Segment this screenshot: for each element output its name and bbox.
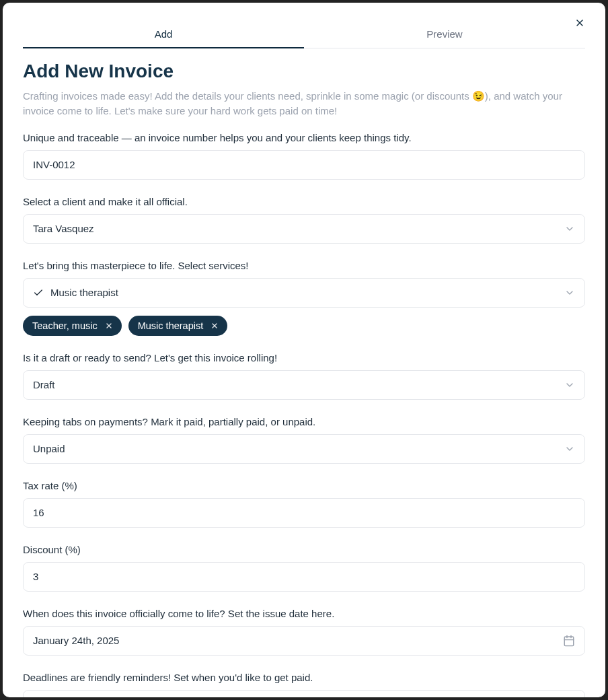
- status-select[interactable]: Draft: [23, 370, 585, 400]
- service-chip: Teacher, music: [23, 316, 122, 336]
- issue-date-label: When does this invoice officially come t…: [23, 608, 585, 619]
- remove-chip-button[interactable]: [103, 320, 115, 332]
- chevron-down-icon: [564, 223, 575, 234]
- service-chip-label: Music therapist: [138, 320, 204, 331]
- tab-preview[interactable]: Preview: [304, 22, 585, 48]
- discount-label: Discount (%): [23, 544, 585, 555]
- chevron-down-icon: [564, 380, 575, 390]
- calendar-icon: [563, 635, 575, 647]
- tax-rate-label: Tax rate (%): [23, 480, 585, 491]
- field-invoice-number: Unique and traceable — an invoice number…: [23, 132, 585, 180]
- tabs: Add Preview: [23, 22, 585, 48]
- field-tax-rate: Tax rate (%): [23, 480, 585, 528]
- tax-rate-input[interactable]: [23, 498, 585, 528]
- field-discount: Discount (%): [23, 544, 585, 592]
- payment-status-select[interactable]: Unpaid: [23, 434, 585, 464]
- status-select-value: Draft: [33, 379, 564, 390]
- client-select-value: Tara Vasquez: [33, 223, 564, 234]
- svg-rect-6: [564, 637, 574, 646]
- chevron-down-icon: [564, 287, 575, 298]
- issue-date-picker[interactable]: January 24th, 2025: [23, 626, 585, 656]
- chevron-down-icon: [564, 444, 575, 454]
- remove-chip-button[interactable]: [208, 320, 221, 332]
- status-label: Is it a draft or ready to send? Let's ge…: [23, 352, 585, 363]
- service-chip: Music therapist: [128, 316, 228, 336]
- field-payment-status: Keeping tabs on payments? Mark it paid, …: [23, 416, 585, 464]
- payment-status-label: Keeping tabs on payments? Mark it paid, …: [23, 416, 585, 427]
- field-client: Select a client and make it all official…: [23, 196, 585, 244]
- services-chips: Teacher, music Music therapist: [23, 316, 585, 336]
- page-title: Add New Invoice: [23, 61, 585, 82]
- invoice-number-label: Unique and traceable — an invoice number…: [23, 132, 585, 143]
- payment-status-select-value: Unpaid: [33, 443, 564, 454]
- services-label: Let's bring this masterpiece to life. Se…: [23, 260, 585, 271]
- add-invoice-modal: Add Preview Add New Invoice Crafting inv…: [3, 3, 605, 697]
- due-date-picker[interactable]: February 15th, 2025: [23, 690, 585, 698]
- invoice-number-input[interactable]: [23, 150, 585, 180]
- services-select[interactable]: Music therapist: [23, 278, 585, 308]
- field-issue-date: When does this invoice officially come t…: [23, 608, 585, 656]
- due-date-label: Deadlines are friendly reminders! Set wh…: [23, 672, 585, 683]
- issue-date-value: January 24th, 2025: [33, 635, 563, 646]
- service-chip-label: Teacher, music: [32, 320, 98, 331]
- tab-add[interactable]: Add: [23, 22, 304, 48]
- check-icon: [33, 287, 44, 298]
- field-status: Is it a draft or ready to send? Let's ge…: [23, 352, 585, 400]
- services-select-value: Music therapist: [50, 287, 564, 298]
- discount-input[interactable]: [23, 562, 585, 592]
- field-due-date: Deadlines are friendly reminders! Set wh…: [23, 672, 585, 698]
- field-services: Let's bring this masterpiece to life. Se…: [23, 260, 585, 336]
- client-label: Select a client and make it all official…: [23, 196, 585, 207]
- page-subtitle: Crafting invoices made easy! Add the det…: [23, 89, 585, 118]
- client-select[interactable]: Tara Vasquez: [23, 214, 585, 244]
